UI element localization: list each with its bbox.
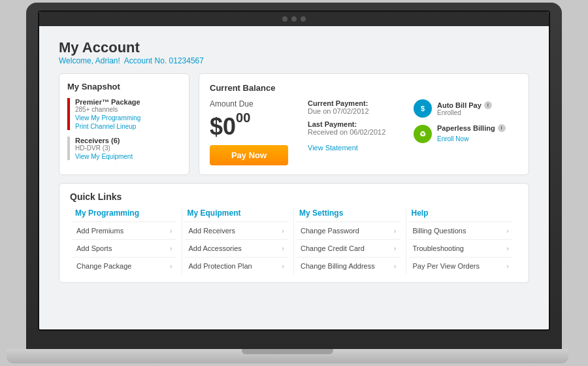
ql-col-title-3: Help — [409, 208, 514, 218]
ql-item-0-0[interactable]: Add Premiums› — [73, 222, 176, 239]
amount-section: Amount Due $000 Pay Now — [210, 99, 295, 165]
paperless-label: Paperless Billing i — [437, 124, 506, 132]
ql-col-3: HelpBilling Questions›Troubleshooting›Pa… — [406, 208, 519, 274]
current-payment-value: Due on 07/02/2012 — [308, 107, 400, 115]
last-payment-value: Received on 06/02/2012 — [308, 128, 400, 136]
autopay-section: $ Auto Bill Pay i Enrolled — [414, 99, 518, 150]
ql-item-1-2[interactable]: Add Protection Plan› — [185, 257, 289, 274]
ql-item-label-3-0: Billing Questions — [413, 227, 466, 235]
ql-item-arrow-0-2: › — [170, 262, 172, 270]
pay-now-button[interactable]: Pay Now — [210, 145, 288, 165]
snapshot-package-section: Premier™ Package 285+ channels View My P… — [67, 98, 181, 130]
ql-item-label-3-1: Troubleshooting — [413, 244, 464, 252]
ql-item-2-1[interactable]: Change Credit Card› — [297, 239, 400, 257]
page-content: My Account Welcome, Adrian! Account No. … — [39, 26, 549, 329]
snapshot-receivers-section: Receivers (6) HD-DVR (3) View My Equipme… — [67, 137, 181, 160]
ql-item-label-1-1: Add Accessories — [189, 244, 242, 252]
quick-links-grid: My ProgrammingAdd Premiums›Add Sports›Ch… — [70, 208, 518, 274]
payment-details: Current Payment: Due on 07/02/2012 Last … — [308, 99, 400, 153]
ql-item-arrow-2-0: › — [394, 227, 397, 235]
ql-item-0-1[interactable]: Add Sports› — [73, 239, 176, 257]
ql-item-arrow-2-2: › — [394, 262, 397, 270]
page-header: My Account Welcome, Adrian! Account No. … — [59, 39, 529, 65]
autopay-label: Auto Bill Pay i — [437, 101, 492, 109]
ql-item-arrow-0-0: › — [170, 227, 172, 235]
ql-item-arrow-1-1: › — [282, 244, 284, 252]
ql-item-3-2[interactable]: Pay Per View Orders› — [409, 257, 514, 274]
ql-item-label-2-1: Change Credit Card — [301, 244, 365, 252]
ql-item-label-0-1: Add Sports — [76, 244, 112, 252]
ql-item-arrow-3-1: › — [506, 244, 509, 252]
ql-col-title-1: My Equipment — [185, 208, 289, 218]
page-title: My Account — [59, 39, 529, 56]
receivers-label: Receivers (6) — [75, 137, 181, 144]
ql-item-label-2-2: Change Billing Address — [301, 262, 375, 270]
view-statement-link[interactable]: View Statement — [308, 144, 358, 152]
page-subtitle: Welcome, Adrian! Account No. 01234567 — [59, 56, 529, 65]
balance-title: Current Balance — [210, 83, 518, 93]
screen-top-bar — [39, 12, 549, 26]
main-layout: My Snapshot Premier™ Package 285+ channe… — [59, 73, 529, 175]
ql-col-1: My EquipmentAdd Receivers›Add Accessorie… — [182, 208, 295, 274]
ql-item-3-0[interactable]: Billing Questions› — [409, 222, 514, 239]
package-name: Premier™ Package — [75, 98, 181, 106]
ql-item-1-1[interactable]: Add Accessories› — [185, 239, 289, 257]
balance-inner: Amount Due $000 Pay Now Current Payment:… — [210, 99, 518, 165]
amount-label: Amount Due — [210, 99, 295, 108]
ql-col-title-0: My Programming — [73, 208, 176, 218]
account-number: 01234567 — [169, 56, 204, 65]
ql-item-2-0[interactable]: Change Password› — [297, 222, 400, 239]
ql-item-label-0-0: Add Premiums — [76, 227, 123, 235]
amount-cents: 00 — [236, 110, 250, 125]
amount-dollars: $0 — [210, 113, 236, 140]
laptop-base — [7, 349, 568, 363]
ql-item-label-3-2: Pay Per View Orders — [413, 262, 480, 270]
ql-item-label-1-0: Add Receivers — [189, 227, 236, 235]
snapshot-title: My Snapshot — [67, 82, 181, 92]
laptop-screen: My Account Welcome, Adrian! Account No. … — [38, 10, 550, 331]
paperless-text: Paperless Billing i Enroll Now — [437, 124, 506, 144]
autopay-info-icon: i — [484, 101, 492, 109]
ql-item-arrow-3-0: › — [506, 227, 509, 235]
ql-item-arrow-1-2: › — [282, 262, 284, 270]
view-equipment-link[interactable]: View My Equipment — [75, 153, 181, 160]
ql-col-0: My ProgrammingAdd Premiums›Add Sports›Ch… — [70, 208, 182, 274]
ql-item-arrow-2-1: › — [394, 244, 397, 252]
ql-item-arrow-3-2: › — [506, 262, 509, 270]
amount-value: $000 — [210, 111, 295, 139]
autopay-status: Enrolled — [437, 109, 492, 116]
laptop-shell: My Account Welcome, Adrian! Account No. … — [26, 3, 562, 349]
last-payment-row: Last Payment: Received on 06/02/2012 — [308, 120, 400, 136]
print-channel-lineup-link[interactable]: Print Channel Lineup — [75, 123, 181, 130]
autopay-row: $ Auto Bill Pay i Enrolled — [414, 99, 518, 118]
account-label: Account No. — [124, 56, 167, 65]
ql-col-title-2: My Settings — [297, 208, 400, 218]
quick-links-card: Quick Links My ProgrammingAdd Premiums›A… — [59, 183, 529, 283]
ql-col-2: My SettingsChange Password›Change Credit… — [294, 208, 406, 274]
current-payment-label: Current Payment: — [308, 99, 400, 107]
ql-item-1-0[interactable]: Add Receivers› — [185, 222, 289, 239]
ql-item-arrow-1-0: › — [282, 227, 284, 235]
view-programming-link[interactable]: View My Programming — [75, 114, 181, 122]
autopay-text: Auto Bill Pay i Enrolled — [437, 101, 492, 116]
welcome-text: Welcome, Adrian! — [59, 56, 120, 65]
ql-item-label-2-0: Change Password — [301, 227, 359, 235]
receivers-detail: HD-DVR (3) — [75, 144, 181, 152]
current-payment-row: Current Payment: Due on 07/02/2012 — [308, 99, 400, 115]
ql-item-2-2[interactable]: Change Billing Address› — [297, 257, 400, 274]
snapshot-card: My Snapshot Premier™ Package 285+ channe… — [59, 73, 189, 175]
ql-item-0-2[interactable]: Change Package› — [73, 257, 176, 274]
paperless-info-icon: i — [498, 124, 506, 132]
paperless-row: ♻ Paperless Billing i Enroll Now — [414, 124, 518, 144]
quick-links-title: Quick Links — [70, 191, 518, 202]
enroll-now-link[interactable]: Enroll Now — [437, 135, 468, 142]
ql-item-label-1-2: Add Protection Plan — [189, 262, 252, 270]
ql-item-arrow-0-1: › — [170, 244, 172, 252]
ql-item-label-0-2: Change Package — [76, 262, 131, 270]
balance-card: Current Balance Amount Due $000 Pay Now — [199, 73, 529, 175]
package-channels: 285+ channels — [75, 106, 181, 113]
ql-item-3-1[interactable]: Troubleshooting› — [409, 239, 514, 257]
last-payment-label: Last Payment: — [308, 120, 400, 128]
paperless-icon: ♻ — [414, 125, 432, 143]
autopay-icon: $ — [414, 99, 432, 118]
